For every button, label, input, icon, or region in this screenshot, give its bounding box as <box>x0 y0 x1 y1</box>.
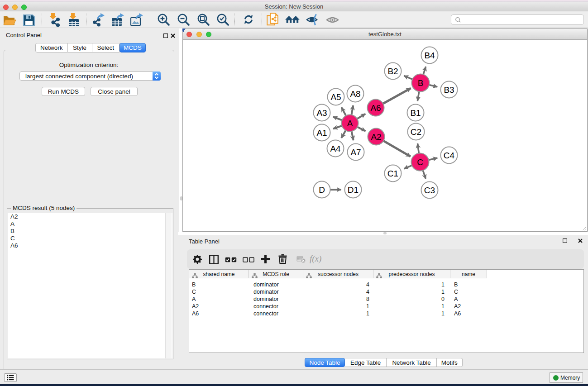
svg-text:A2: A2 <box>371 132 381 142</box>
svg-text:B3: B3 <box>444 85 454 95</box>
svg-text:A: A <box>347 119 353 128</box>
svg-text:B2: B2 <box>387 67 398 76</box>
svg-text:B4: B4 <box>424 51 435 60</box>
svg-text:C3: C3 <box>424 186 435 195</box>
svg-text:A7: A7 <box>350 148 361 157</box>
svg-text:C2: C2 <box>411 127 421 137</box>
svg-text:A6: A6 <box>370 103 381 113</box>
svg-text:B1: B1 <box>410 108 421 118</box>
svg-text:C4: C4 <box>444 151 455 160</box>
svg-text:A8: A8 <box>350 89 360 99</box>
svg-text:A5: A5 <box>330 92 341 102</box>
svg-text:A4: A4 <box>330 144 341 153</box>
svg-text:f(x): f(x) <box>310 254 321 264</box>
svg-text:C1: C1 <box>387 169 398 178</box>
svg-text:A3: A3 <box>316 108 327 118</box>
svg-text:A1: A1 <box>316 128 327 138</box>
svg-text:B: B <box>418 78 424 88</box>
svg-text:D1: D1 <box>348 185 359 195</box>
svg-text:D: D <box>319 185 325 195</box>
svg-text:C: C <box>417 157 423 167</box>
